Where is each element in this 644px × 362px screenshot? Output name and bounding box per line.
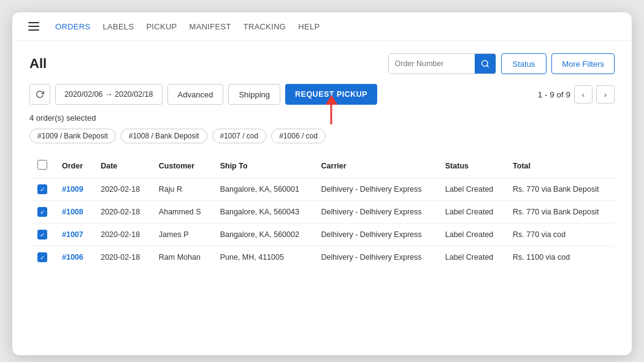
- selected-tag-1009[interactable]: #1009 / Bank Deposit: [29, 129, 116, 143]
- cell-shipto: Bangalore, KA, 560001: [213, 178, 314, 201]
- nav-manifest[interactable]: MANIFEST: [190, 22, 231, 31]
- row-checkbox-cell: ✓: [30, 224, 55, 246]
- row-checkbox-1008[interactable]: ✓: [37, 207, 47, 217]
- next-page-button[interactable]: ›: [596, 85, 615, 104]
- cell-customer: Ram Mohan: [151, 246, 213, 269]
- topbar: ORDERS LABELS PICKUP MANIFEST TRACKING H…: [12, 12, 632, 41]
- orders-table: Order Date Customer Ship To Carrier Stat…: [29, 153, 615, 269]
- hamburger-menu[interactable]: [27, 21, 40, 32]
- table-header: Order Date Customer Ship To Carrier Stat…: [30, 154, 615, 178]
- filter-row: Status More Filters: [388, 53, 615, 74]
- main-content: All Status More Filters: [12, 41, 632, 281]
- col-carrier: Carrier: [314, 154, 438, 178]
- prev-page-button[interactable]: ‹: [574, 85, 592, 104]
- cell-order: #1008: [55, 201, 93, 224]
- request-pickup-button[interactable]: REQUEST PICKUP: [285, 84, 377, 105]
- table-row: ✓ #1008 2020-02-18 Ahammed S Bangalore, …: [30, 201, 615, 224]
- row-checkbox-cell: ✓: [30, 178, 55, 201]
- selected-tags: #1009 / Bank Deposit #1008 / Bank Deposi…: [29, 129, 615, 143]
- order-link-1006[interactable]: #1006: [62, 253, 83, 262]
- nav-tracking[interactable]: TRACKING: [243, 22, 286, 31]
- app-window: ORDERS LABELS PICKUP MANIFEST TRACKING H…: [12, 12, 632, 355]
- cell-date: 2020-02-18: [93, 201, 151, 224]
- date-range-button[interactable]: 2020/02/06 → 2020/02/18: [55, 84, 163, 105]
- row-checkbox-1007[interactable]: ✓: [37, 230, 47, 239]
- cell-order: #1007: [55, 224, 93, 246]
- cell-date: 2020-02-18: [93, 178, 151, 201]
- selected-tag-1007[interactable]: #1007 / cod: [212, 129, 267, 143]
- order-link-1007[interactable]: #1007: [62, 230, 83, 239]
- cell-customer: Ahammed S: [151, 201, 213, 224]
- nav-help[interactable]: HELP: [298, 22, 320, 31]
- cell-shipto: Bangalore, KA, 560002: [213, 224, 314, 246]
- select-all-checkbox[interactable]: [37, 160, 47, 170]
- table-row: ✓ #1006 2020-02-18 Ram Mohan Pune, MH, 4…: [30, 246, 615, 269]
- page-title: All: [29, 56, 47, 72]
- col-customer: Customer: [151, 154, 213, 178]
- header-checkbox-cell: [30, 154, 55, 178]
- order-link-1008[interactable]: #1008: [62, 208, 83, 216]
- cell-date: 2020-02-18: [93, 246, 151, 269]
- selected-tag-1006[interactable]: #1006 / cod: [271, 129, 326, 143]
- cell-order: #1006: [55, 246, 93, 269]
- table-body: ✓ #1009 2020-02-18 Raju R Bangalore, KA,…: [30, 178, 615, 269]
- search-button[interactable]: [475, 54, 496, 74]
- more-filters-button[interactable]: More Filters: [551, 53, 615, 74]
- toolbar: 2020/02/06 → 2020/02/18 Advanced Shippin…: [29, 84, 615, 105]
- search-input[interactable]: [389, 54, 475, 74]
- cell-carrier: Delhivery - Delhivery Express: [314, 201, 438, 224]
- page-header: All Status More Filters: [29, 53, 615, 74]
- cell-total: Rs. 1100 via cod: [505, 246, 614, 269]
- advanced-filter-button[interactable]: Advanced: [167, 84, 224, 105]
- cell-status: Label Created: [438, 178, 505, 201]
- cell-customer: Raju R: [151, 178, 213, 201]
- cell-carrier: Delhivery - Delhivery Express: [314, 246, 438, 269]
- status-filter-button[interactable]: Status: [501, 53, 547, 74]
- selected-info: 4 order(s) selected: [29, 113, 615, 123]
- main-nav: ORDERS LABELS PICKUP MANIFEST TRACKING H…: [55, 22, 320, 31]
- nav-labels[interactable]: LABELS: [102, 22, 134, 31]
- request-pickup-container: REQUEST PICKUP: [285, 84, 377, 105]
- shipping-button[interactable]: Shipping: [228, 84, 280, 105]
- order-link-1009[interactable]: #1009: [62, 185, 83, 194]
- col-total: Total: [505, 154, 614, 178]
- nav-pickup[interactable]: PICKUP: [146, 22, 177, 31]
- row-checkbox-1009[interactable]: ✓: [37, 184, 47, 194]
- cell-date: 2020-02-18: [93, 224, 151, 246]
- selected-tag-1008[interactable]: #1008 / Bank Deposit: [121, 129, 207, 143]
- cell-customer: James P: [151, 224, 213, 246]
- cell-order: #1009: [55, 178, 93, 201]
- cell-carrier: Delhivery - Delhivery Express: [314, 178, 438, 201]
- col-status: Status: [438, 154, 505, 178]
- pagination-info: 1 - 9 of 9 ‹ ›: [538, 85, 615, 104]
- cell-shipto: Bangalore, KA, 560043: [213, 201, 314, 224]
- nav-orders[interactable]: ORDERS: [55, 22, 90, 31]
- col-order: Order: [55, 154, 93, 178]
- refresh-button[interactable]: [29, 84, 50, 105]
- row-checkbox-cell: ✓: [30, 246, 55, 269]
- cell-total: Rs. 770 via Bank Deposit: [505, 178, 614, 201]
- col-date: Date: [93, 154, 151, 178]
- svg-line-1: [486, 66, 488, 67]
- cell-status: Label Created: [438, 224, 505, 246]
- cell-carrier: Delhivery - Delhivery Express: [314, 224, 438, 246]
- row-checkbox-cell: ✓: [30, 201, 55, 224]
- col-shipto: Ship To: [213, 154, 314, 178]
- search-box: [388, 53, 496, 74]
- table-row: ✓ #1007 2020-02-18 James P Bangalore, KA…: [30, 224, 615, 246]
- cell-shipto: Pune, MH, 411005: [213, 246, 314, 269]
- cell-status: Label Created: [438, 246, 505, 269]
- cell-status: Label Created: [438, 201, 505, 224]
- row-checkbox-1006[interactable]: ✓: [37, 252, 47, 262]
- table-row: ✓ #1009 2020-02-18 Raju R Bangalore, KA,…: [30, 178, 615, 201]
- pagination-text: 1 - 9 of 9: [538, 90, 570, 99]
- cell-total: Rs. 770 via cod: [505, 224, 614, 246]
- cell-total: Rs. 770 via Bank Deposit: [505, 201, 614, 224]
